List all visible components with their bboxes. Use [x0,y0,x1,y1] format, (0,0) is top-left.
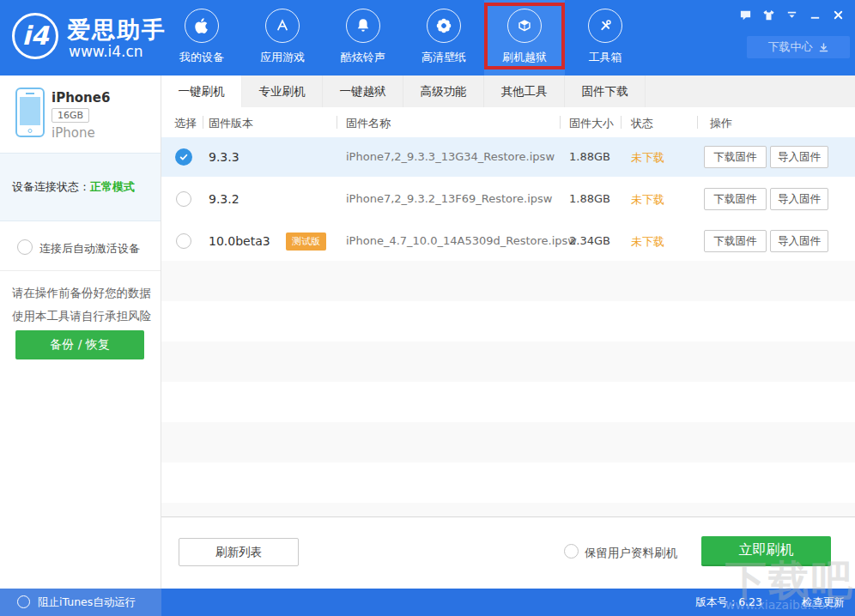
connection-status-label: 设备连接状态： [12,179,90,195]
col-status: 状态 [631,116,653,131]
tab-one-key-flash[interactable]: 一键刷机 [161,75,242,107]
backup-restore-button[interactable]: 备份 / 恢复 [15,330,144,359]
check-icon [179,152,189,162]
toolbox-icon [588,9,622,43]
status-bar-right: 版本号：6.23 检查更新 [161,589,855,616]
window-controls [737,7,846,22]
backup-warning-text: 请在操作前备份好您的数据 使用本工具请自行承担风险 [12,281,151,328]
import-firmware-button[interactable]: 导入固件 [770,146,828,168]
auto-activate-radio[interactable] [17,239,33,255]
tab-other-tools[interactable]: 其他工具 [484,75,565,107]
firmware-table-header: 选择 固件版本 固件名称 固件大小 状态 操作 [161,107,855,137]
block-itunes-label: 阻止iTunes自动运行 [38,595,136,610]
warning-line-1: 请在操作前备份好您的数据 [12,281,151,305]
download-firmware-button[interactable]: 下载固件 [704,230,767,252]
download-firmware-button[interactable]: 下载固件 [704,146,767,168]
tab-advanced[interactable]: 高级功能 [403,75,484,107]
selected-radio-checked[interactable] [175,148,192,166]
nav-item-toolbox[interactable]: 工具箱 [565,0,646,75]
download-center-button[interactable]: 下载中心 [747,36,850,58]
download-icon [818,42,829,53]
firmware-status: 未下载 [631,234,664,250]
connection-status-section: 设备连接状态： 正常模式 [0,153,161,221]
firmware-row[interactable]: 9.3.2 iPhone7,2_9.3.2_13F69_Restore.ipsw… [161,179,855,219]
flash-tabs: 一键刷机 专业刷机 一键越狱 高级功能 其他工具 固件下载 [161,75,855,107]
version-label: 版本号：6.23 [695,595,762,610]
jailbreak-box-icon [507,9,542,43]
check-update-link[interactable]: 检查更新 [802,595,845,610]
status-bar: 阻止iTunes自动运行 版本号：6.23 检查更新 [0,589,855,616]
device-type: iPhone [52,125,95,141]
empty-rows-area [161,261,855,517]
nav-item-my-device[interactable]: 我的设备 [161,0,242,75]
connection-status-value: 正常模式 [90,179,135,195]
firmware-status: 未下载 [631,150,664,166]
refresh-list-button[interactable]: 刷新列表 [179,538,299,566]
tab-firmware-download[interactable]: 固件下载 [565,75,646,107]
auto-activate-label: 连接后自动激活设备 [39,241,140,257]
device-name: iPhone6 [52,90,110,106]
nav-label: 刷机越狱 [484,50,565,65]
close-icon[interactable] [829,7,846,22]
collapse-menu-icon[interactable] [783,7,800,22]
block-itunes-option[interactable]: 阻止iTunes自动运行 [0,589,161,616]
keep-user-data-radio[interactable] [564,544,579,559]
firmware-version: 10.0beta3 [209,234,270,248]
firmware-version: 9.3.2 [209,192,240,206]
main-content: 一键刷机 专业刷机 一键越狱 高级功能 其他工具 固件下载 选择 固件版本 固件… [161,75,855,589]
firmware-row[interactable]: 9.3.3 iPhone7,2_9.3.3_13G34_Restore.ipsw… [161,137,855,177]
firmware-version: 9.3.3 [209,150,240,164]
beta-badge: 测试版 [286,233,326,251]
device-card: iPhone6 16GB iPhone [0,75,161,153]
select-radio[interactable] [176,233,191,249]
auto-activate-option[interactable]: 连接后自动激活设备 [0,222,161,271]
firmware-filename: iPhone_4.7_10.0_14A5309d_Restore.ipsw [346,234,577,247]
wallpaper-icon [427,9,461,43]
nav-label: 应用游戏 [242,50,323,65]
feedback-icon[interactable] [737,7,754,22]
col-name: 固件名称 [346,116,391,131]
download-firmware-button[interactable]: 下载固件 [704,188,767,210]
col-select: 选择 [174,116,197,131]
firmware-filename: iPhone7,2_9.3.2_13F69_Restore.ipsw [346,192,552,205]
appstore-icon [265,9,300,43]
nav-label: 我的设备 [161,50,242,65]
nav-label: 高清壁纸 [403,50,484,65]
tab-pro-flash[interactable]: 专业刷机 [242,75,323,107]
table-footer: 刷新列表 保留用户资料刷机 立即刷机 [161,517,855,589]
col-version: 固件版本 [209,116,253,131]
iphone-device-icon [15,88,45,137]
sidebar: iPhone6 16GB iPhone 设备连接状态： 正常模式 连接后自动激活… [0,75,161,589]
nav-item-flash-jailbreak[interactable]: 刷机越狱 [484,0,565,75]
tab-one-key-jailbreak[interactable]: 一键越狱 [323,75,403,107]
device-capacity-badge: 16GB [52,108,89,123]
import-firmware-button[interactable]: 导入固件 [770,188,828,210]
firmware-row[interactable]: 10.0beta3 测试版 iPhone_4.7_10.0_14A5309d_R… [161,221,855,261]
firmware-size: 2.34GB [569,234,610,247]
brand-title: 爱思助手 [67,15,167,45]
col-actions: 操作 [710,116,732,131]
block-itunes-radio[interactable] [17,595,30,608]
skin-theme-icon[interactable] [760,7,777,22]
firmware-size: 1.88GB [569,192,610,205]
nav-item-wallpapers[interactable]: 高清壁纸 [403,0,484,75]
col-size: 固件大小 [569,116,614,131]
top-header-bar: i4 爱思助手 www.i4.cn 我的设备 应用游戏 酷炫铃声 [0,0,855,75]
warning-line-2: 使用本工具请自行承担风险 [12,305,151,328]
keep-user-data-label: 保留用户资料刷机 [585,546,677,561]
nav-item-ringtones[interactable]: 酷炫铃声 [323,0,403,75]
nav-item-apps-games[interactable]: 应用游戏 [242,0,323,75]
app-window: i4 爱思助手 www.i4.cn 我的设备 应用游戏 酷炫铃声 [0,0,855,616]
brand-site-url: www.i4.cn [69,43,143,60]
minimize-icon[interactable] [806,7,823,22]
bell-icon [346,9,380,43]
import-firmware-button[interactable]: 导入固件 [770,230,828,252]
firmware-status: 未下载 [631,192,664,208]
main-nav: 我的设备 应用游戏 酷炫铃声 高清壁纸 [161,0,646,75]
flash-now-button[interactable]: 立即刷机 [701,536,831,566]
firmware-size: 1.88GB [569,150,610,163]
apple-icon [185,9,219,43]
download-center-label: 下载中心 [768,39,813,55]
nav-label: 工具箱 [565,50,646,65]
select-radio[interactable] [176,191,191,207]
